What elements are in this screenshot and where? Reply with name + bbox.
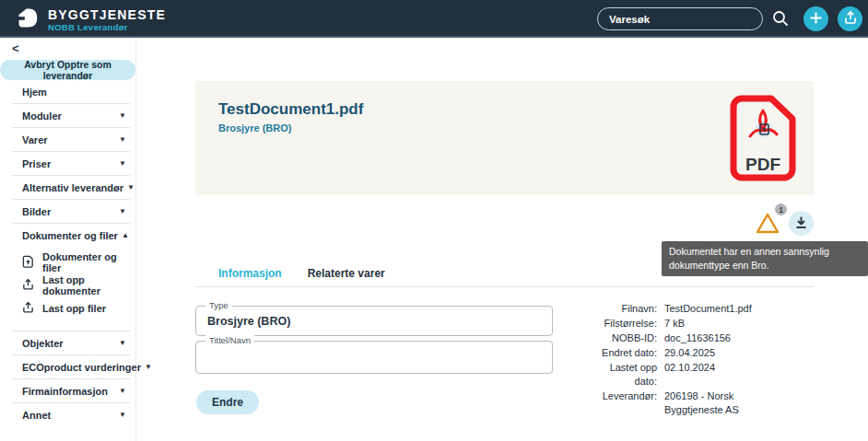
chevron-down-icon: ▼ [145, 363, 152, 371]
file-details: Filnavn:TestDocument1.pdfFilstørrelse:7 … [591, 302, 766, 417]
edit-submit-button[interactable]: Endre [196, 390, 259, 414]
main-content: TestDocument1.pdf Brosjyre (BRO) PDF 1 [136, 38, 868, 441]
sidebar-item-dokumenter-og-filer[interactable]: Dokumenter og filer▲ [0, 224, 135, 247]
type-field[interactable]: Type [195, 306, 553, 336]
upload-icon [22, 301, 34, 315]
cancel-impersonation-button[interactable]: Avbryt Opptre som leverandør [0, 60, 135, 80]
search-icon[interactable] [771, 9, 790, 28]
detail-value: 206198 - Norsk Byggtjeneste AS [664, 389, 766, 417]
pdf-file-icon: PDF [729, 94, 797, 182]
upload-icon [843, 10, 858, 28]
sidebar-subitem-last-opp-dokumenter[interactable]: Last opp dokumenter [0, 273, 135, 296]
tab-relaterte-varer[interactable]: Relaterte varer [308, 267, 385, 280]
sidebar-item-label: Priser [22, 158, 115, 169]
logo[interactable]: BYGGTJENESTE NOBB Leverandør [15, 6, 166, 34]
detail-label: Filstørrelse: [591, 317, 657, 331]
chevron-down-icon: ▼ [119, 387, 126, 395]
document-header-panel: TestDocument1.pdf Brosjyre (BRO) PDF [195, 81, 814, 195]
tab-divider [195, 286, 814, 287]
type-field-label: Type [205, 300, 232, 311]
sidebar-item-label: Varer [22, 134, 115, 145]
sidebar: < Avbryt Opptre som leverandør HjemModul… [0, 38, 136, 441]
detail-value: 02.10.2024 [664, 361, 766, 389]
sidebar-item-hjem[interactable]: Hjem [0, 80, 135, 103]
sidebar-item-alternativ-leverand-r[interactable]: Alternativ leverandør▼ [0, 176, 135, 199]
chevron-down-icon: ▼ [127, 183, 135, 191]
add-button[interactable] [803, 6, 828, 31]
chevron-down-icon: ▼ [119, 411, 126, 419]
sidebar-subitem-label: Last opp filer [42, 303, 106, 314]
document-icon [22, 255, 34, 270]
sidebar-item-label: Firmainformasjon [22, 386, 115, 397]
app-header: BYGGTJENESTE NOBB Leverandør [0, 0, 868, 38]
chevron-down-icon: ▼ [119, 339, 126, 347]
detail-value: doc_11636156 [664, 331, 766, 345]
download-button[interactable] [789, 211, 814, 236]
sidebar-item-label: Alternativ leverandør [22, 182, 123, 193]
sidebar-item-ecoproduct-vurderinger[interactable]: ECOproduct vurderinger▼ [0, 355, 135, 378]
title-field-input[interactable] [196, 342, 552, 373]
sidebar-subitem-dokumenter-og-filer[interactable]: Dokumenter og filer [0, 250, 135, 273]
sidebar-item-label: Annet [22, 410, 115, 421]
chevron-down-icon: ▼ [119, 111, 126, 120]
sidebar-item-label: Bilder [22, 206, 115, 217]
sidebar-subitem-last-opp-filer[interactable]: Last opp filer [0, 296, 135, 319]
chevron-down-icon: ▼ [119, 159, 126, 168]
detail-label: NOBB-ID: [591, 331, 657, 345]
document-title: TestDocument1.pdf [218, 100, 363, 119]
app-title: BYGGTJENESTE [48, 8, 166, 21]
search-input[interactable] [597, 7, 763, 30]
byggtjeneste-logo-icon [15, 6, 40, 34]
sidebar-item-label: Objekter [22, 338, 115, 349]
sidebar-item-bilder[interactable]: Bilder▼ [0, 200, 135, 223]
upload-icon [22, 278, 34, 292]
sidebar-item-label: Moduler [22, 110, 115, 122]
document-type-warning[interactable]: 1 [754, 210, 783, 238]
chevron-down-icon: ▼ [119, 135, 126, 144]
detail-label: Filnavn: [591, 302, 657, 316]
detail-label: Endret dato: [591, 346, 657, 360]
svg-text:PDF: PDF [745, 155, 780, 174]
sidebar-item-priser[interactable]: Priser▼ [0, 152, 135, 175]
upload-button[interactable] [838, 6, 862, 31]
chevron-down-icon: ▼ [119, 207, 126, 215]
warning-tooltip: Dokumentet har en annen sannsynlig dokum… [662, 241, 868, 276]
detail-label: Leverandør: [591, 389, 657, 417]
chevron-up-icon: ▲ [122, 231, 129, 239]
tab-informasjon[interactable]: Informasjon [218, 267, 282, 280]
sidebar-collapse-icon[interactable]: < [12, 41, 19, 56]
detail-value: 29.04.2025 [664, 346, 766, 360]
sidebar-item-moduler[interactable]: Moduler▼ [0, 104, 135, 127]
sidebar-item-objekter[interactable]: Objekter▼ [0, 331, 135, 354]
sidebar-item-label: Hjem [22, 87, 126, 98]
sidebar-item-varer[interactable]: Varer▼ [0, 128, 135, 151]
sidebar-item-label: Dokumenter og filer [22, 230, 118, 241]
tab-bar: InformasjonRelaterte varer [218, 267, 385, 280]
document-type-subtitle: Brosjyre (BRO) [218, 122, 291, 133]
sidebar-item-firmainformasjon[interactable]: Firmainformasjon▼ [0, 379, 135, 402]
title-field-label: Tittel/Navn [205, 335, 254, 346]
sidebar-item-label: ECOproduct vurderinger [22, 362, 141, 373]
sidebar-nav: HjemModuler▼Varer▼Priser▼Alternativ leve… [0, 80, 135, 426]
warning-count-badge: 1 [775, 203, 787, 215]
type-field-input[interactable] [196, 307, 552, 335]
detail-value: TestDocument1.pdf [664, 302, 766, 316]
title-field[interactable]: Tittel/Navn [195, 341, 553, 374]
sidebar-subitems: Dokumenter og filerLast opp dokumenterLa… [0, 247, 135, 331]
detail-value: 7 kB [664, 317, 766, 331]
sidebar-subitem-label: Dokumenter og filer [42, 251, 135, 273]
sidebar-subitem-label: Last opp dokumenter [42, 274, 135, 296]
app-subtitle: NOBB Leverandør [48, 23, 166, 32]
sidebar-item-annet[interactable]: Annet▼ [0, 403, 135, 426]
download-icon [793, 215, 809, 233]
detail-label: Lastet opp dato: [591, 361, 657, 389]
plus-icon [809, 11, 823, 28]
